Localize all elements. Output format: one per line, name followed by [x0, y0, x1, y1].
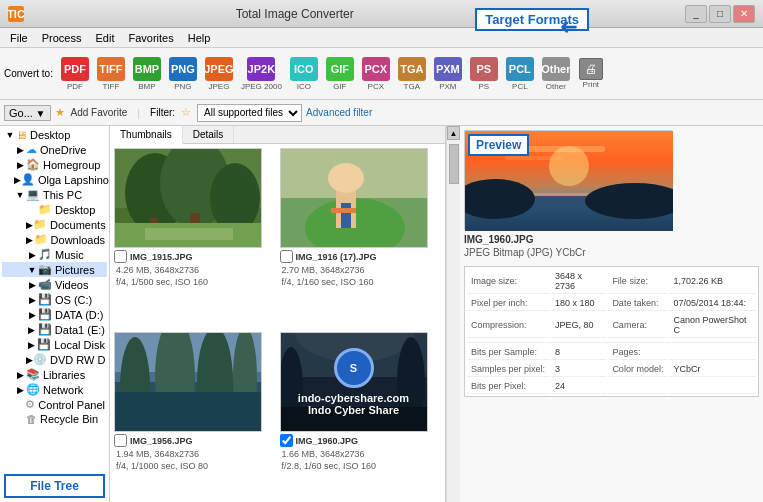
minimize-button[interactable]: _	[685, 5, 707, 23]
pxm-icon: PXM	[434, 57, 462, 81]
format-tiff-button[interactable]: TIFF TIFF	[94, 55, 128, 93]
right-panel: Preview IMG_1960.JPG JPEG Bitmap (JPG) Y…	[460, 126, 763, 502]
thumbnail-img-1960[interactable]: S indo-cybershare.com Indo Cyber Share	[280, 332, 428, 432]
menu-favorites[interactable]: Favorites	[122, 31, 179, 45]
tga-icon: TGA	[398, 57, 426, 81]
table-row: Pixel per inch: 180 x 180 Date taken: 07…	[467, 296, 756, 311]
scroll-thumb[interactable]	[449, 144, 459, 184]
tree-item-pictures[interactable]: ▼ 📷 Pictures	[2, 262, 107, 277]
main-content: ▼ 🖥 Desktop ▶ ☁ OneDrive ▶ 🏠 Homegroup ▶…	[0, 126, 763, 502]
menu-bar: File Process Edit Favorites Help	[0, 28, 763, 48]
checkbox-img-1915[interactable]	[114, 250, 127, 263]
window-controls: _ □ ✕	[685, 5, 755, 23]
file-info: IMG_1960.JPG JPEG Bitmap (JPG) YCbCr	[464, 234, 759, 262]
ico-icon: ICO	[290, 57, 318, 81]
tree-item-downloads[interactable]: ▶ 📁 Downloads	[2, 232, 107, 247]
filter-select[interactable]: All supported files	[197, 104, 302, 122]
format-pxm-button[interactable]: PXM PXM	[431, 55, 465, 93]
svg-rect-38	[525, 146, 605, 152]
pcx-icon: PCX	[362, 57, 390, 81]
tree-item-libraries[interactable]: ▶ 📚 Libraries	[2, 367, 107, 382]
tree-item-desktop2[interactable]: 📁 Desktop	[2, 202, 107, 217]
add-favorite-button[interactable]: Add Favorite	[71, 107, 128, 118]
tree-item-thispc[interactable]: ▼ 💻 This PC	[2, 187, 107, 202]
tree-item-homegroup[interactable]: ▶ 🏠 Homegroup	[2, 157, 107, 172]
format-pdf-button[interactable]: PDF PDF	[58, 55, 92, 93]
tree-item-drive-d[interactable]: ▶ 💾 DATA (D:)	[2, 307, 107, 322]
svg-rect-8	[145, 228, 233, 240]
table-row	[467, 340, 756, 343]
format-ico-button[interactable]: ICO ICO	[287, 55, 321, 93]
thumbnail-img-1956[interactable]	[114, 332, 262, 432]
tree-item-control-panel[interactable]: ⚙ Control Panel	[2, 397, 107, 412]
checkbox-img-1960[interactable]	[280, 434, 293, 447]
checkbox-img-1956[interactable]	[114, 434, 127, 447]
format-other-button[interactable]: Other Other	[539, 55, 573, 93]
ps-icon: PS	[470, 57, 498, 81]
format-jpeg-button[interactable]: JPEG JPEG	[202, 55, 236, 93]
format-ps-button[interactable]: PS PS	[467, 55, 501, 93]
svg-point-4	[210, 163, 260, 233]
center-wrapper: Thumbnails Details	[110, 126, 460, 502]
tree-item-local-disk[interactable]: ▶ 💾 Local Disk	[2, 337, 107, 352]
checkbox-img-1916[interactable]	[280, 250, 293, 263]
network-icon: 🌐	[26, 383, 40, 396]
file-tree: ▼ 🖥 Desktop ▶ ☁ OneDrive ▶ 🏠 Homegroup ▶…	[0, 126, 109, 470]
svg-rect-15	[341, 203, 351, 228]
tree-item-onedrive[interactable]: ▶ ☁ OneDrive	[2, 142, 107, 157]
maximize-button[interactable]: □	[709, 5, 731, 23]
file-name: IMG_1960.JPG	[464, 234, 759, 245]
format-gif-button[interactable]: GIF GIF	[323, 55, 357, 93]
table-row: Image size: 3648 x 2736 File size: 1,702…	[467, 269, 756, 294]
list-item: S indo-cybershare.com Indo Cyber Share I…	[280, 332, 442, 502]
other-icon: Other	[542, 57, 570, 81]
format-tga-button[interactable]: TGA TGA	[395, 55, 429, 93]
tree-item-drive-e[interactable]: ▶ 💾 Data1 (E:)	[2, 322, 107, 337]
format-pcx-button[interactable]: PCX PCX	[359, 55, 393, 93]
info-table: Image size: 3648 x 2736 File size: 1,702…	[464, 266, 759, 397]
tree-item-documents[interactable]: ▶ 📁 Documents	[2, 217, 107, 232]
videos-icon: 📹	[38, 278, 52, 291]
recycle-bin-icon: 🗑	[26, 413, 37, 425]
tab-details[interactable]: Details	[183, 126, 235, 143]
pcl-icon: PCL	[506, 57, 534, 81]
menu-edit[interactable]: Edit	[89, 31, 120, 45]
tree-item-network[interactable]: ▶ 🌐 Network	[2, 382, 107, 397]
go-button[interactable]: Go... ▼	[4, 105, 51, 121]
advanced-filter-link[interactable]: Advanced filter	[306, 107, 372, 118]
table-row: Bits per Sample: 8 Pages:	[467, 345, 756, 360]
list-item: IMG_1915.JPG 4.26 MB, 3648x2736 f/4, 1/5…	[114, 148, 276, 328]
format-pcl-button[interactable]: PCL PCL	[503, 55, 537, 93]
thumbnail-img-1915[interactable]	[114, 148, 262, 248]
format-toolbar: Convert to: PDF PDF TIFF TIFF BMP BMP PN…	[0, 48, 763, 100]
convert-label: Convert to:	[4, 68, 53, 79]
format-bmp-button[interactable]: BMP BMP	[130, 55, 164, 93]
close-button[interactable]: ✕	[733, 5, 755, 23]
tiff-icon: TIFF	[97, 57, 125, 81]
gif-icon: GIF	[326, 57, 354, 81]
table-row: Samples per pixel: 3 Color model: YCbCr	[467, 362, 756, 377]
svg-rect-39	[505, 156, 565, 160]
menu-process[interactable]: Process	[36, 31, 88, 45]
thumbnail-img-1916[interactable]	[280, 148, 428, 248]
tree-item-videos[interactable]: ▶ 📹 Videos	[2, 277, 107, 292]
format-png-button[interactable]: PNG PNG	[166, 55, 200, 93]
tree-item-music[interactable]: ▶ 🎵 Music	[2, 247, 107, 262]
watermark-overlay: S indo-cybershare.com Indo Cyber Share	[281, 333, 427, 431]
tab-thumbnails[interactable]: Thumbnails	[110, 126, 183, 144]
menu-help[interactable]: Help	[182, 31, 217, 45]
arrow-indicator: ➜	[560, 14, 578, 40]
scroll-up-button[interactable]: ▲	[447, 126, 460, 140]
tree-item-desktop[interactable]: ▼ 🖥 Desktop	[2, 128, 107, 142]
menu-file[interactable]: File	[4, 31, 34, 45]
tree-item-recycle-bin[interactable]: 🗑 Recycle Bin	[2, 412, 107, 426]
pdf-icon: PDF	[61, 57, 89, 81]
tree-item-drive-c[interactable]: ▶ 💾 OS (C:)	[2, 292, 107, 307]
file-tree-button[interactable]: File Tree	[4, 474, 105, 498]
tree-item-dvd[interactable]: ▶ 💿 DVD RW D	[2, 352, 107, 367]
print-button[interactable]: 🖨 Print	[579, 58, 603, 89]
list-item: IMG_1916 (17).JPG 2.70 MB, 3648x2736 f/4…	[280, 148, 442, 328]
tree-item-user[interactable]: ▶ 👤 Olga Lapshinov	[2, 172, 107, 187]
format-jp2k-button[interactable]: JP2K JPEG 2000	[238, 55, 285, 93]
preview-button[interactable]: Preview	[468, 134, 529, 156]
